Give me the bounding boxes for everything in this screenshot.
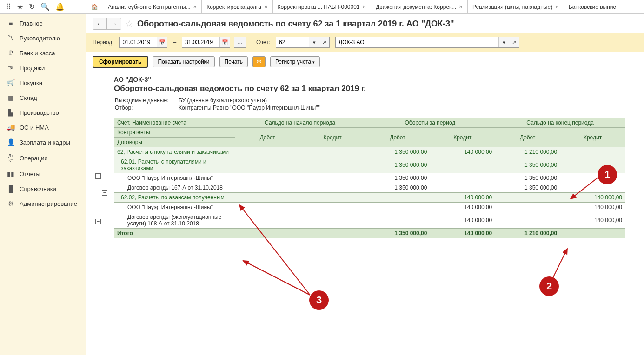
close-icon[interactable]: × [193,3,197,10]
org-input[interactable] [336,37,498,47]
bell-icon[interactable]: 🔔 [55,2,65,11]
registry-button[interactable]: Регистр учета [270,56,320,67]
tab-item[interactable]: Корректировка ... ПАБП-000001× [272,0,371,13]
cell-value: 140 000,00 [430,147,495,157]
tab-label: Движения документа: Коррек... [376,4,456,10]
cell-name: ООО "Пауэр Интернэшнл-Шины" [114,173,235,183]
favorite-icon[interactable]: ☆ [125,18,133,29]
tab-item[interactable]: Корректировка долга× [201,0,272,13]
tab-item[interactable]: Движения документа: Коррек...× [371,0,467,13]
col-close: Сальдо на конец периода [495,118,625,128]
expand-toggle[interactable]: − [95,219,101,224]
books-icon: ▐▌ [7,185,15,192]
table-row[interactable]: Договор аренды (эксплуатационные услуги)… [114,212,625,229]
tab-item[interactable]: Анализ субконто Контрагенты...× [103,0,201,13]
show-settings-button[interactable]: Показать настройки [153,56,214,67]
tab-bar: 🏠 Анализ субконто Контрагенты...× Коррек… [86,0,644,13]
close-icon[interactable]: × [555,3,559,10]
col-contracts: Договоры [114,138,235,147]
cell-name: 62, Расчеты с покупателями и заказчиками [114,147,235,157]
sidebar-label: Производство [20,109,59,116]
date-to-field[interactable]: 📅 [182,37,230,48]
print-button[interactable]: Печать [219,56,248,67]
calendar-icon[interactable]: 📅 [157,37,167,47]
report-org: АО "ДОК-3" [114,76,644,83]
history-icon[interactable]: ↻ [29,2,35,11]
meta-label: Выводимые данные: [115,97,178,104]
table-row[interactable]: 62.01, Расчеты с покупателями и заказчик… [114,157,625,173]
mail-button[interactable]: ✉ [252,56,266,67]
calendar-icon[interactable]: 📅 [219,37,230,47]
close-icon[interactable]: × [459,3,463,10]
table-row[interactable]: Договор аренды 167-А от 31.10.2018 1 350… [114,183,625,193]
sidebar-label: Зарплата и кадры [20,139,70,146]
date-from-field[interactable]: 📅 [119,37,167,48]
sidebar-item-assets[interactable]: 🚚ОС и НМА [0,120,86,135]
tab-label: Банковские выпис [569,4,616,10]
report-meta: Выводимые данные:БУ (данные бухгалтерско… [114,96,321,112]
callout-1: 1 [598,165,617,184]
apps-icon[interactable]: ⠿ [6,2,11,11]
sidebar-item-bank[interactable]: ₽Банк и касса [0,46,86,60]
period-picker-button[interactable]: ... [234,37,246,48]
svg-line-3 [243,261,310,295]
tab-label: Корректировка долга [206,4,261,10]
page-title: Оборотно-сальдовая ведомость по счету 62… [137,19,454,29]
sidebar-item-production[interactable]: ▙Производство [0,105,86,120]
tab-item[interactable]: Реализация (акты, накладные)× [467,0,564,13]
tab-item[interactable]: Банковские выпис [564,0,621,13]
sidebar-item-hr[interactable]: 👤Зарплата и кадры [0,135,86,150]
col-debit: Дебет [235,128,300,147]
cell-value: 1 350 000,00 [495,173,560,183]
nav-forward-button[interactable]: → [107,18,121,29]
nav-back-button[interactable]: ← [93,18,107,29]
sidebar-item-warehouse[interactable]: ▥Склад [0,90,86,105]
open-icon[interactable]: ↗ [509,37,519,47]
tab-label: Реализация (акты, накладные) [472,4,552,10]
report-grid: Счет, Наименование счета Сальдо на начал… [114,118,625,238]
table-row[interactable]: ООО "Пауэр Интернэшнл-Шины" 1 350 000,00… [114,173,625,183]
sidebar-item-operations[interactable]: ДтКтОперации [0,150,86,166]
table-row[interactable]: 62, Расчеты с покупателями и заказчиками… [114,147,625,157]
sidebar-item-main[interactable]: ≡Главное [0,16,86,31]
cell-value: 140 000,00 [560,193,625,203]
sidebar-label: Покупки [20,79,42,86]
cell-value: 1 350 000,00 [365,183,430,193]
expand-toggle[interactable]: − [102,236,107,241]
col-debit: Дебет [365,128,430,147]
dropdown-icon[interactable]: ▾ [498,37,509,47]
org-field[interactable]: ▾ ↗ [335,37,519,48]
bag-icon: 🛍 [7,64,15,72]
table-row[interactable]: 62.02, Расчеты по авансам полученным 140… [114,193,625,203]
dtkt-icon: ДтКт [7,153,15,163]
expand-toggle[interactable]: − [95,173,101,179]
sidebar-item-sales[interactable]: 🛍Продажи [0,60,86,75]
sidebar-item-purchases[interactable]: 🛒Покупки [0,75,86,90]
sidebar-item-admin[interactable]: ⚙Администрирование [0,196,86,211]
col-credit: Кредит [430,128,495,147]
expand-toggle[interactable]: − [89,156,94,161]
search-icon[interactable]: 🔍 [40,2,50,11]
close-icon[interactable]: × [363,3,366,10]
generate-button[interactable]: Сформировать [93,56,148,68]
date-to-input[interactable] [182,37,219,47]
account-input[interactable] [276,37,309,47]
table-row[interactable]: ООО "Пауэр Интернэшнл-Шины" 140 000,00 1… [114,203,625,212]
star-icon[interactable]: ★ [17,2,23,11]
sidebar-item-catalogs[interactable]: ▐▌Справочники [0,181,86,196]
tab-home[interactable]: 🏠 [86,0,103,13]
sidebar-item-reports[interactable]: ▮▮Отчеты [0,166,86,181]
date-from-input[interactable] [120,37,157,47]
sidebar-item-manager[interactable]: 〽Руководителю [0,31,86,46]
top-toolbar: ⠿ ★ ↻ 🔍 🔔 🏠 Анализ субконто Контрагенты.… [0,0,644,14]
close-icon[interactable]: × [264,3,268,10]
dropdown-icon[interactable]: ▾ [309,37,319,47]
expand-toggle[interactable]: − [102,190,107,196]
period-label: Период: [93,39,113,46]
open-icon[interactable]: ↗ [319,37,329,47]
menu-icon: ≡ [7,20,15,27]
chart-icon: ▙ [7,109,15,116]
truck-icon: 🚚 [7,124,15,131]
account-field[interactable]: ▾ ↗ [276,37,330,48]
cell-value: 1 350 000,00 [495,157,560,173]
